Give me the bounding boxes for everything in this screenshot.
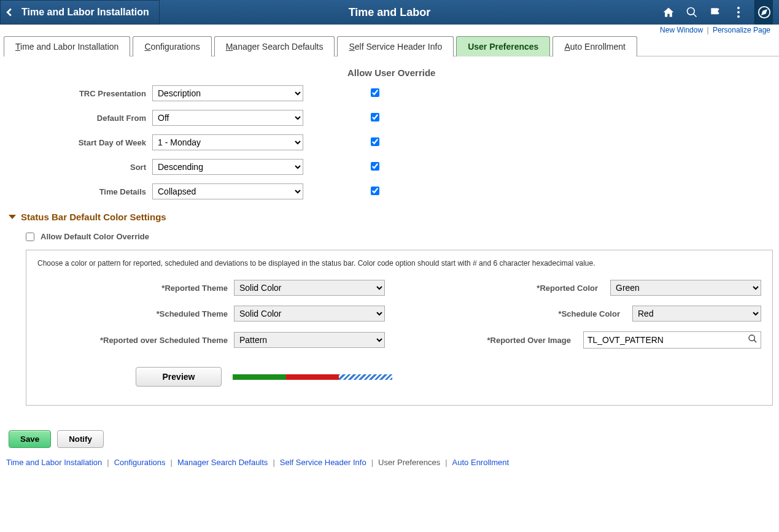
tab-strip: Time and Labor InstallationConfiguration… [4,36,779,56]
preview-button[interactable]: Preview [136,367,222,387]
tab-configs[interactable]: Configurations [133,36,211,56]
sort-label: Sort [4,163,152,172]
reported-over-theme-label: *Reported over Scheduled Theme [37,336,234,345]
preview-bar [233,374,392,380]
scheduled-theme-select[interactable]: Solid Color [234,306,385,322]
page-title: Time and Labor [349,6,431,19]
reported-theme-label: *Reported Theme [37,283,234,293]
reported-theme-select[interactable]: Solid Color [234,280,385,296]
svg-line-7 [754,340,756,342]
footer-link-5[interactable]: Auto Enrollment [452,458,510,467]
start_day-override-checkbox[interactable] [371,137,379,146]
notify-button[interactable]: Notify [57,430,104,448]
trc-override-checkbox[interactable] [371,88,379,97]
trc-select[interactable]: Description [152,85,303,101]
preview-seg-red [286,374,339,380]
reported-color-select[interactable]: Green [610,280,761,296]
menu-icon[interactable] [731,5,746,20]
svg-line-1 [694,14,697,17]
content-scroll[interactable]: New Window | Personalize Page Time and L… [0,25,779,532]
schedule-color-label: *Schedule Color [559,309,626,318]
utility-links: New Window | Personalize Page [4,25,779,36]
default_from-label: Default From [4,114,152,123]
reported-over-image-label: *Reported Over Image [487,336,577,345]
tab-msd[interactable]: Manager Search Defaults [214,36,335,56]
tab-sshi[interactable]: Self Service Header Info [337,36,454,56]
allow-default-color-override-label: Allow Default Color Override [41,232,149,241]
search-icon[interactable] [684,5,699,20]
row-time_details: Time DetailsCollapsed [4,183,779,199]
footer-link-0[interactable]: Time and Labor Installation [6,458,102,467]
time_details-select[interactable]: Collapsed [152,183,303,199]
reported-color-label: *Reported Color [537,283,604,293]
scheduled-theme-label: *Scheduled Theme [37,309,234,318]
start_day-label: Start Day of Week [4,138,152,147]
chevron-down-icon [9,215,16,219]
default_from-override-checkbox[interactable] [371,113,379,121]
sort-override-checkbox[interactable] [371,162,379,171]
schedule-color-select[interactable]: Red [632,306,761,322]
allow-default-color-override-checkbox[interactable] [26,233,34,241]
footer-link-2[interactable]: Manager Search Defaults [177,458,268,467]
footer-links: Time and Labor Installation|Configuratio… [4,454,779,485]
banner-breadcrumb[interactable]: Time and Labor Installation [0,0,160,25]
lookup-icon[interactable] [748,334,758,345]
start_day-select[interactable]: 1 - Monday [152,134,303,150]
footer-current: User Preferences [378,458,440,467]
override-column-header: Allow User Override [347,67,779,78]
save-button[interactable]: Save [9,430,51,448]
color-settings-box: Choose a color or pattern for reported, … [26,250,773,406]
flag-icon[interactable] [708,5,723,20]
footer-link-1[interactable]: Configurations [114,458,166,467]
svg-point-6 [749,335,754,341]
tab-autoenroll[interactable]: Auto Enrollment [552,36,637,56]
row-default_from: Default FromOff [4,110,779,126]
breadcrumb-title: Time and Labor Installation [18,7,153,18]
row-sort: SortDescending [4,159,779,175]
default_from-select[interactable]: Off [152,110,303,126]
row-start_day: Start Day of Week1 - Monday [4,134,779,150]
svg-point-2 [737,7,740,9]
top-banner: Time and Labor Installation Time and Lab… [0,0,779,25]
sort-select[interactable]: Descending [152,159,303,175]
tab-userpref[interactable]: User Preferences [456,36,550,56]
trc-label: TRC Presentation [4,89,152,98]
navbar-icon[interactable] [754,0,773,25]
time_details-label: Time Details [4,187,152,196]
preview-seg-pattern [339,374,392,380]
preview-seg-green [233,374,286,380]
color-help-text: Choose a color or pattern for reported, … [37,259,761,268]
svg-point-0 [688,8,695,15]
new-window-link[interactable]: New Window [660,26,703,34]
svg-point-4 [737,15,740,18]
footer-link-3[interactable]: Self Service Header Info [280,458,366,467]
svg-point-3 [737,11,740,13]
reported-over-theme-select[interactable]: Pattern [234,332,385,348]
tab-tl-install[interactable]: Time and Labor Installation [4,36,130,56]
status-bar-group-title: Status Bar Default Color Settings [21,212,166,222]
status-bar-group-toggle[interactable]: Status Bar Default Color Settings [4,212,779,222]
personalize-page-link[interactable]: Personalize Page [713,26,770,34]
reported-over-image-input[interactable] [583,331,761,349]
back-icon[interactable] [3,6,15,18]
home-icon[interactable] [661,5,676,20]
time_details-override-checkbox[interactable] [371,187,379,195]
row-trc: TRC PresentationDescription [4,85,779,101]
